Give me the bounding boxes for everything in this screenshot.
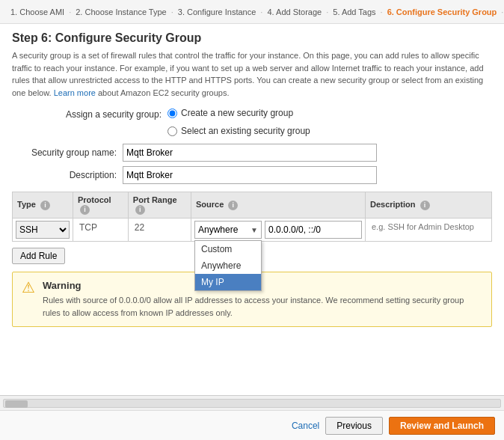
type-info-icon[interactable]: i (40, 201, 50, 210)
warning-text: Rules with source of 0.0.0.0/0 allow all… (43, 294, 482, 319)
source-cell: Anywhere ▼ Custom Anywhere My IP (191, 219, 365, 242)
page-description: A security group is a set of firewall ru… (12, 49, 492, 99)
warning-icon: ⚠ (22, 280, 35, 295)
port-range-value: 22 (132, 221, 147, 234)
radio-create-row: Create a new security group (168, 108, 293, 118)
protocol-value: TCP (76, 221, 100, 234)
protocol-info-icon[interactable]: i (80, 205, 90, 215)
source-dropdown-button[interactable]: Anywhere ▼ (194, 221, 262, 239)
footer-bar: Cancel Previous Review and Launch (0, 410, 504, 440)
dropdown-arrow-icon: ▼ (251, 226, 258, 234)
source-info-icon[interactable]: i (228, 201, 238, 210)
radio-create-new[interactable] (168, 109, 177, 118)
radio-select-label: Select an existing security group (181, 126, 310, 136)
previous-button[interactable]: Previous (325, 417, 383, 435)
col-port-range: Port Range i (128, 192, 191, 219)
description-row: Description: (12, 166, 492, 184)
name-label: Security group name: (12, 147, 117, 158)
source-dropdown-label: Anywhere (198, 224, 238, 235)
warning-title: Warning (43, 280, 482, 291)
dropdown-item-anywhere[interactable]: Anywhere (195, 257, 261, 274)
assign-security-group: Assign a security group: Create a new se… (57, 108, 492, 136)
source-dropdown-menu: Custom Anywhere My IP (194, 240, 262, 291)
col-type: Type i (13, 192, 73, 219)
learn-more-link[interactable]: Learn more (54, 88, 96, 97)
radio-create-label: Create a new security group (181, 108, 293, 118)
step-2[interactable]: 2. Choose Instance Type (71, 7, 171, 16)
description-field[interactable] (369, 221, 488, 233)
description-info-icon[interactable]: i (420, 201, 430, 210)
step-6[interactable]: 6. Configure Security Group (383, 7, 502, 16)
scrollbar-thumb[interactable] (5, 400, 28, 408)
source-ip-input[interactable] (265, 221, 362, 239)
description-input[interactable] (123, 166, 377, 184)
step-5[interactable]: 5. Add Tags (328, 7, 380, 16)
page-title: Step 6: Configure Security Group (12, 31, 492, 45)
col-source: Source i (191, 192, 365, 219)
radio-select-row: Select an existing security group (168, 126, 492, 136)
rules-table: Type i Protocol i Port Range i Source i … (12, 192, 492, 242)
col-description: Description i (365, 192, 491, 219)
dropdown-item-custom[interactable]: Custom (195, 241, 261, 257)
type-select[interactable]: SSH (16, 221, 70, 239)
add-rule-button[interactable]: Add Rule (12, 248, 65, 264)
steps-navigation: 1. Choose AMI · 2. Choose Instance Type … (0, 0, 504, 24)
protocol-cell: TCP (73, 219, 129, 242)
radio-select-existing[interactable] (168, 126, 177, 136)
step-3[interactable]: 3. Configure Instance (173, 7, 261, 16)
horizontal-scrollbar[interactable] (0, 395, 504, 410)
description-cell (365, 219, 491, 242)
table-row: SSH TCP 22 Anywhere ▼ (13, 219, 492, 242)
name-row: Security group name: (12, 144, 492, 162)
step-4[interactable]: 4. Add Storage (262, 7, 326, 16)
col-protocol: Protocol i (73, 192, 129, 219)
source-container: Anywhere ▼ Custom Anywhere My IP (194, 221, 362, 239)
warning-content: Warning Rules with source of 0.0.0.0/0 a… (43, 280, 482, 319)
step-1[interactable]: 1. Choose AMI (6, 7, 69, 16)
scrollbar-track (3, 399, 501, 408)
cancel-button[interactable]: Cancel (292, 421, 319, 431)
port-range-info-icon[interactable]: i (135, 205, 145, 215)
port-range-cell: 22 (128, 219, 191, 242)
description-label: Description: (12, 170, 117, 180)
review-and-launch-button[interactable]: Review and Launch (389, 417, 495, 435)
main-content: Step 6: Configure Security Group A secur… (0, 24, 504, 395)
type-cell: SSH (13, 219, 73, 242)
dropdown-item-myip[interactable]: My IP (195, 274, 261, 290)
assign-label: Assign a security group: (57, 109, 162, 120)
name-input[interactable] (123, 144, 377, 162)
